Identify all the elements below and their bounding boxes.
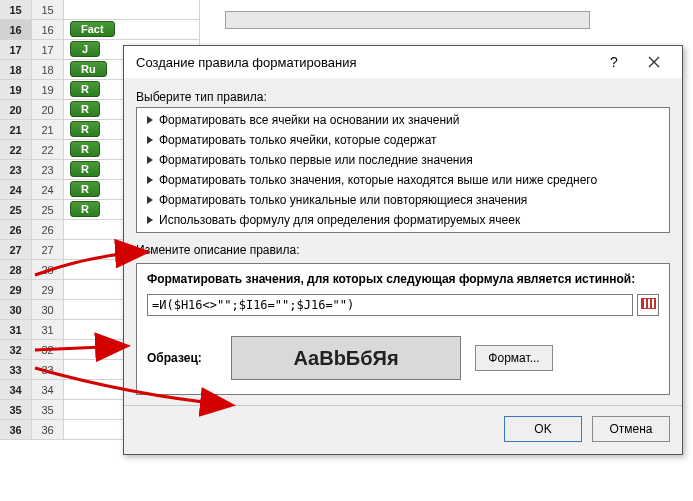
cell-pill[interactable]: R [70,121,100,137]
rule-type-item[interactable]: Форматировать все ячейки на основании их… [137,110,669,130]
ok-button[interactable]: OK [504,416,582,442]
close-button[interactable] [634,49,674,75]
cell[interactable] [64,0,200,19]
row-number-cell[interactable]: 24 [32,180,64,199]
row-header[interactable]: 32 [0,340,32,359]
row-number-cell[interactable]: 33 [32,360,64,379]
row-header[interactable]: 33 [0,360,32,379]
row-number-cell[interactable]: 16 [32,20,64,39]
rule-type-item[interactable]: Форматировать только первые или последни… [137,150,669,170]
rule-type-label: Форматировать только уникальные или повт… [159,193,527,207]
row-header[interactable]: 25 [0,200,32,219]
row-header[interactable]: 17 [0,40,32,59]
cancel-button[interactable]: Отмена [592,416,670,442]
sheet-row[interactable]: 1616Fact [0,20,200,40]
help-button[interactable]: ? [594,49,634,75]
cell-pill[interactable]: Fact [70,21,115,37]
close-icon [648,56,660,68]
row-number-cell[interactable]: 22 [32,140,64,159]
row-header[interactable]: 35 [0,400,32,419]
row-number-cell[interactable]: 15 [32,0,64,19]
row-header[interactable]: 15 [0,0,32,19]
rule-type-label: Использовать формулу для определения фор… [159,213,520,227]
row-header[interactable]: 29 [0,280,32,299]
cell-pill[interactable]: J [70,41,100,57]
bullet-icon [147,196,153,204]
sheet-row[interactable]: 1515 [0,0,200,20]
preview-label: Образец: [147,351,217,365]
row-number-cell[interactable]: 36 [32,420,64,439]
edit-rule-description-label: Измените описание правила: [136,243,670,257]
row-header[interactable]: 23 [0,160,32,179]
dialog-title: Создание правила форматирования [136,55,594,70]
row-header[interactable]: 28 [0,260,32,279]
row-header[interactable]: 36 [0,420,32,439]
row-number-cell[interactable]: 21 [32,120,64,139]
row-number-cell[interactable]: 31 [32,320,64,339]
row-header[interactable]: 19 [0,80,32,99]
cell-pill[interactable]: R [70,141,100,157]
row-header[interactable]: 24 [0,180,32,199]
select-rule-type-label: Выберите тип правила: [136,90,670,104]
formula-condition-label: Форматировать значения, для которых след… [147,272,659,286]
rule-type-item[interactable]: Форматировать только уникальные или повт… [137,190,669,210]
cell-pill[interactable]: R [70,161,100,177]
row-number-cell[interactable]: 23 [32,160,64,179]
row-header[interactable]: 31 [0,320,32,339]
row-number-cell[interactable]: 35 [32,400,64,419]
cell-pill[interactable]: R [70,101,100,117]
cell-pill[interactable]: R [70,201,100,217]
row-header[interactable]: 26 [0,220,32,239]
formula-bar[interactable] [225,11,590,29]
dialog-footer: OK Отмена [124,406,682,454]
rule-type-item[interactable]: Форматировать только ячейки, которые сод… [137,130,669,150]
row-number-cell[interactable]: 32 [32,340,64,359]
cell-pill[interactable]: R [70,81,100,97]
rule-type-item[interactable]: Форматировать только значения, которые н… [137,170,669,190]
row-number-cell[interactable]: 28 [32,260,64,279]
format-button[interactable]: Формат... [475,345,553,371]
row-number-cell[interactable]: 18 [32,60,64,79]
range-picker-button[interactable] [637,294,659,316]
row-number-cell[interactable]: 26 [32,220,64,239]
rule-type-label: Форматировать только значения, которые н… [159,173,597,187]
bullet-icon [147,176,153,184]
row-header[interactable]: 18 [0,60,32,79]
rule-type-label: Форматировать только первые или последни… [159,153,473,167]
row-number-cell[interactable]: 27 [32,240,64,259]
rule-type-list[interactable]: Форматировать все ячейки на основании их… [136,107,670,233]
row-number-cell[interactable]: 34 [32,380,64,399]
row-header[interactable]: 27 [0,240,32,259]
row-header[interactable]: 22 [0,140,32,159]
cell[interactable]: Fact [64,20,200,39]
row-header[interactable]: 30 [0,300,32,319]
row-number-cell[interactable]: 29 [32,280,64,299]
row-number-cell[interactable]: 30 [32,300,64,319]
bullet-icon [147,216,153,224]
row-number-cell[interactable]: 17 [32,40,64,59]
rule-type-label: Форматировать только ячейки, которые сод… [159,133,437,147]
cell-pill[interactable]: R [70,181,100,197]
row-number-cell[interactable]: 25 [32,200,64,219]
row-number-cell[interactable]: 20 [32,100,64,119]
rule-type-item[interactable]: Использовать формулу для определения фор… [137,210,669,230]
row-header[interactable]: 16 [0,20,32,39]
row-header[interactable]: 34 [0,380,32,399]
row-header[interactable]: 21 [0,120,32,139]
rule-type-label: Форматировать все ячейки на основании их… [159,113,460,127]
bullet-icon [147,156,153,164]
bullet-icon [147,136,153,144]
new-formatting-rule-dialog: Создание правила форматирования ? Выбери… [123,45,683,455]
format-preview: АаВbБбЯя [231,336,461,380]
bullet-icon [147,116,153,124]
cell-pill[interactable]: Ru [70,61,107,77]
formula-input[interactable] [147,294,633,316]
row-header[interactable]: 20 [0,100,32,119]
row-number-cell[interactable]: 19 [32,80,64,99]
rule-description-box: Форматировать значения, для которых след… [136,263,670,395]
dialog-titlebar: Создание правила форматирования ? [124,46,682,78]
